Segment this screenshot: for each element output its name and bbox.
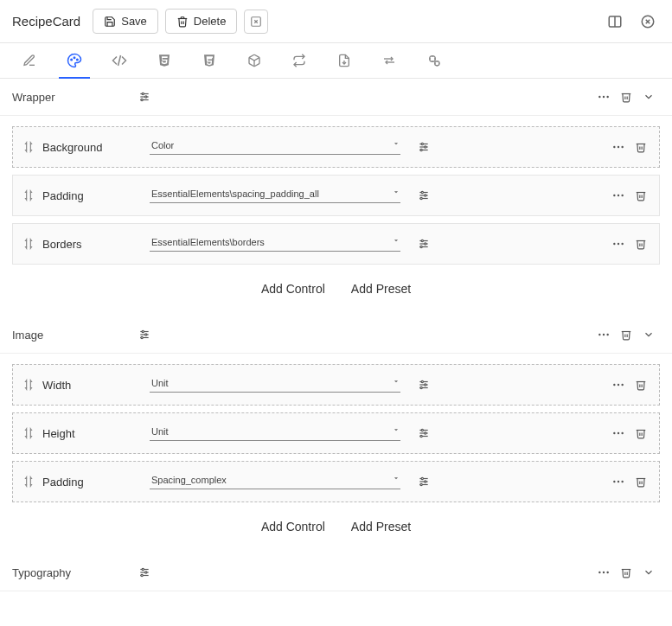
svg-point-97 <box>603 572 605 573</box>
control-delete-button[interactable] <box>630 374 652 396</box>
svg-point-59 <box>141 336 143 338</box>
drag-handle-icon[interactable] <box>20 189 37 201</box>
section-title: Image <box>12 329 133 342</box>
cancel-button[interactable] <box>244 10 268 34</box>
save-label: Save <box>121 15 147 28</box>
svg-point-84 <box>421 477 423 479</box>
control-delete-button[interactable] <box>630 136 652 158</box>
control-type-select[interactable]: Spacing_complex <box>150 474 400 489</box>
svg-point-53 <box>621 243 623 245</box>
svg-point-95 <box>141 574 143 576</box>
chevron-down-icon <box>392 236 400 245</box>
chevron-down-icon <box>392 188 400 196</box>
control-settings-button[interactable] <box>413 422 435 444</box>
section-collapse-button[interactable] <box>637 561 660 584</box>
control-type-select[interactable]: EssentialElements\borders <box>150 236 400 252</box>
control-more-button[interactable] <box>607 374 630 396</box>
tab-settings[interactable] <box>412 43 457 78</box>
tab-css3[interactable] <box>187 43 232 78</box>
svg-point-9 <box>74 57 75 59</box>
control-settings-button[interactable] <box>413 136 435 158</box>
svg-point-48 <box>421 240 423 241</box>
control-delete-button[interactable] <box>630 233 652 255</box>
control-type-select[interactable]: Unit <box>150 377 400 393</box>
add-control-button[interactable]: Add Control <box>261 520 325 533</box>
section-delete-button[interactable] <box>615 561 637 584</box>
control-delete-button[interactable] <box>630 422 652 444</box>
svg-point-26 <box>606 96 608 98</box>
tab-swap[interactable] <box>277 43 322 78</box>
section-body: BackgroundColorPaddingEssentialElements\… <box>0 116 672 316</box>
tab-html5[interactable] <box>142 43 187 78</box>
section-collapse-button[interactable] <box>637 323 660 346</box>
control-settings-button[interactable] <box>413 233 435 255</box>
section-settings-button[interactable] <box>133 561 156 584</box>
svg-point-77 <box>420 435 422 437</box>
svg-point-70 <box>618 384 619 386</box>
section-delete-button[interactable] <box>615 86 637 108</box>
drag-handle-icon[interactable] <box>20 379 37 391</box>
panel-toggle-button[interactable] <box>603 10 627 34</box>
control-settings-button[interactable] <box>413 374 435 396</box>
tab-download[interactable] <box>322 43 367 78</box>
svg-point-71 <box>621 384 623 386</box>
control-settings-button[interactable] <box>413 184 435 207</box>
control-delete-button[interactable] <box>630 470 652 493</box>
control-label: Background <box>37 141 150 154</box>
control-type-select[interactable]: Color <box>150 139 400 155</box>
control-more-button[interactable] <box>607 136 630 158</box>
save-button[interactable]: Save <box>93 9 158 34</box>
drag-handle-icon[interactable] <box>20 427 37 439</box>
svg-point-23 <box>141 99 143 100</box>
delete-label: Delete <box>194 15 227 28</box>
control-type-select[interactable]: Unit <box>150 425 400 441</box>
section-more-button[interactable] <box>592 323 615 346</box>
svg-point-33 <box>613 146 615 148</box>
control-more-button[interactable] <box>607 233 630 255</box>
control-type-value: Unit <box>151 378 169 388</box>
add-row: Add ControlAdd Preset <box>12 509 660 551</box>
chevron-down-icon <box>392 474 400 482</box>
drag-handle-icon[interactable] <box>20 476 37 488</box>
section-collapse-button[interactable] <box>637 86 660 108</box>
section-settings-button[interactable] <box>133 323 156 346</box>
section-settings-button[interactable] <box>133 86 156 108</box>
tab-pencil[interactable] <box>7 43 52 78</box>
control-row: BackgroundColor <box>12 126 660 168</box>
tab-palette[interactable] <box>52 43 97 78</box>
delete-button[interactable]: Delete <box>165 9 238 34</box>
control-type-select[interactable]: EssentialElements\spacing_padding_all <box>150 188 400 203</box>
svg-point-61 <box>603 334 605 335</box>
svg-point-24 <box>598 96 600 98</box>
control-type-value: EssentialElements\borders <box>151 237 265 247</box>
add-preset-button[interactable]: Add Preset <box>351 520 411 533</box>
section-delete-button[interactable] <box>615 323 637 346</box>
section-more-button[interactable] <box>592 561 615 584</box>
svg-point-50 <box>420 246 422 247</box>
svg-point-31 <box>425 146 426 148</box>
control-settings-button[interactable] <box>413 470 435 493</box>
close-button[interactable] <box>636 10 660 34</box>
control-more-button[interactable] <box>607 470 630 493</box>
section-header: Typography <box>0 554 672 591</box>
svg-point-96 <box>598 572 600 573</box>
svg-point-43 <box>618 195 619 196</box>
svg-point-62 <box>606 334 608 335</box>
tab-code[interactable] <box>97 43 142 78</box>
control-row: PaddingSpacing_complex <box>12 461 660 502</box>
control-more-button[interactable] <box>607 422 630 444</box>
tab-transfer[interactable] <box>367 43 412 78</box>
svg-point-78 <box>613 432 615 434</box>
drag-handle-icon[interactable] <box>20 141 37 153</box>
add-control-button[interactable]: Add Control <box>261 282 325 296</box>
section-more-button[interactable] <box>592 86 615 108</box>
svg-point-8 <box>71 59 73 61</box>
drag-handle-icon[interactable] <box>20 238 37 250</box>
control-more-button[interactable] <box>607 184 630 207</box>
svg-point-68 <box>420 386 422 388</box>
tab-package[interactable] <box>232 43 277 78</box>
svg-point-39 <box>421 191 423 193</box>
control-delete-button[interactable] <box>630 184 652 207</box>
add-preset-button[interactable]: Add Preset <box>351 282 411 296</box>
svg-point-75 <box>421 429 423 431</box>
